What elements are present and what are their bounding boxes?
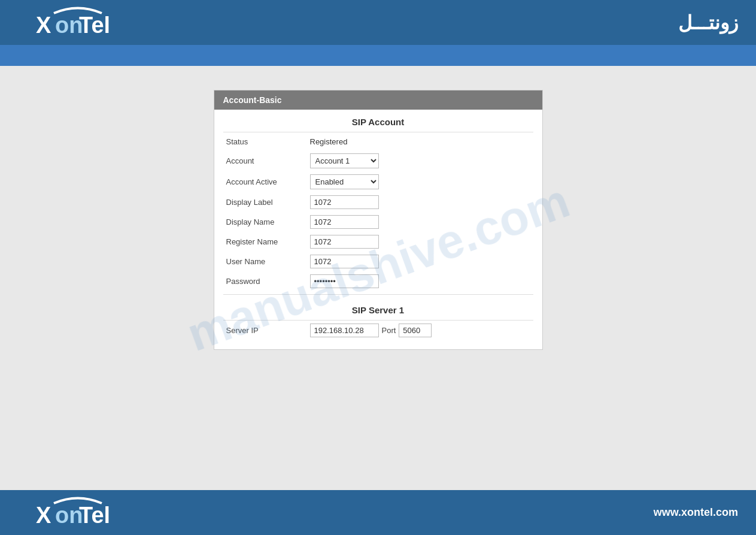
display-label-input[interactable] — [310, 195, 379, 209]
status-value: Registered — [310, 137, 348, 146]
user-name-input[interactable] — [310, 255, 379, 268]
nav-bar — [0, 45, 756, 66]
svg-text:X: X — [36, 503, 51, 528]
section-title: Account-Basic — [223, 95, 282, 105]
user-name-row: User Name — [214, 252, 542, 271]
server-ip-group: Port — [310, 324, 432, 337]
footer-url: www.xontel.com — [654, 506, 738, 519]
display-name-label: Display Name — [226, 217, 310, 226]
register-name-label: Register Name — [226, 237, 310, 246]
account-row: Account Account 1 Account 2 Account 3 — [214, 150, 542, 171]
footer-logo: X on Tel — [18, 496, 114, 529]
footer: X on Tel www.xontel.com — [0, 490, 756, 535]
port-input[interactable] — [399, 324, 432, 337]
header-arabic-brand: زونتـــل — [678, 11, 738, 34]
server-ip-row: Server IP Port — [214, 321, 542, 340]
account-label: Account — [226, 156, 310, 165]
section-divider — [223, 294, 533, 295]
account-select[interactable]: Account 1 Account 2 Account 3 — [310, 153, 379, 168]
account-active-label: Account Active — [226, 177, 310, 186]
header-logo: X on Tel — [18, 6, 114, 39]
section-header: Account-Basic — [214, 90, 542, 110]
register-name-row: Register Name — [214, 232, 542, 252]
footer-logo-svg: X on Tel — [18, 496, 114, 529]
display-label-row: Display Label — [214, 192, 542, 212]
status-row: Status Registered — [214, 132, 542, 150]
bottom-spacer — [214, 340, 542, 349]
user-name-label: User Name — [226, 257, 310, 266]
status-label: Status — [226, 137, 310, 146]
header: X on Tel زونتـــل — [0, 0, 756, 45]
svg-text:X: X — [36, 13, 51, 38]
password-label: Password — [226, 277, 310, 286]
display-label-label: Display Label — [226, 198, 310, 207]
svg-text:Tel: Tel — [79, 13, 110, 38]
server-ip-input[interactable] — [310, 324, 379, 337]
form-container: Account-Basic SIP Account Status Registe… — [214, 90, 543, 350]
main-content: manualshive.com Account-Basic SIP Accoun… — [0, 66, 756, 490]
server-ip-label: Server IP — [226, 326, 310, 335]
password-input[interactable] — [310, 274, 379, 288]
display-name-row: Display Name — [214, 212, 542, 232]
port-label: Port — [382, 326, 396, 335]
sip-server-section: SIP Server 1 Server IP Port — [214, 298, 542, 340]
account-active-select[interactable]: Enabled Disabled — [310, 174, 379, 189]
svg-text:Tel: Tel — [79, 503, 110, 528]
display-name-input[interactable] — [310, 215, 379, 229]
password-row: Password — [214, 271, 542, 291]
xontel-logo-svg: X on Tel — [18, 6, 114, 39]
sip-server-title: SIP Server 1 — [223, 298, 533, 321]
sip-account-title: SIP Account — [223, 110, 533, 132]
account-active-row: Account Active Enabled Disabled — [214, 171, 542, 192]
register-name-input[interactable] — [310, 235, 379, 249]
sip-account-section: SIP Account Status Registered Account Ac… — [214, 110, 542, 291]
